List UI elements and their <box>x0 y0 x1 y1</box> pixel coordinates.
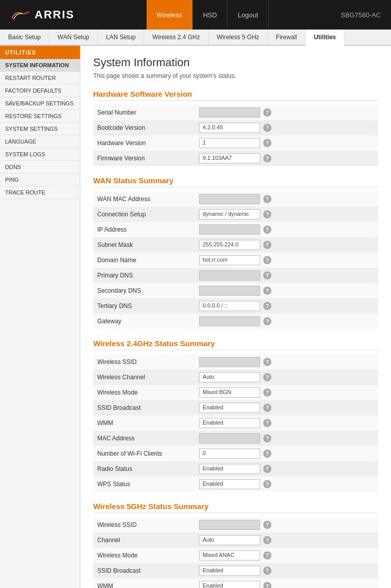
help-icon[interactable]: ? <box>263 302 271 310</box>
top-nav-basic-setup[interactable]: Basic Setup <box>0 30 49 45</box>
help-icon[interactable]: ? <box>263 536 271 544</box>
help-icon[interactable]: ? <box>263 271 271 279</box>
help-icon[interactable]: ? <box>263 465 271 473</box>
sidebar-item-restart-router[interactable]: RESTART ROUTER <box>0 72 80 85</box>
sidebar-item-system-logs[interactable]: SYSTEM LOGS <box>0 148 80 161</box>
sidebar-item-save-backup[interactable]: SAVE/BACKUP SETTINGS <box>0 97 80 110</box>
wifi5-table: Wireless SSID ? Channel Auto? Wireless M… <box>93 517 378 588</box>
table-row: Radio Status Enabled? <box>93 461 378 477</box>
help-icon[interactable]: ? <box>263 419 271 427</box>
value-ssid-24 <box>199 357 260 367</box>
table-row: Number of Wi-Fi Clients 0? <box>93 446 378 461</box>
sidebar-item-system-settings[interactable]: SYSTEM SETTINGS <box>0 123 80 135</box>
help-icon[interactable]: ? <box>263 358 271 366</box>
help-icon[interactable]: ? <box>263 139 271 147</box>
sidebar-item-ping[interactable]: PING <box>0 174 80 186</box>
label-wps-24: WPS Status <box>93 477 195 492</box>
help-icon[interactable]: ? <box>263 226 271 234</box>
help-icon[interactable]: ? <box>263 582 271 588</box>
help-icon[interactable]: ? <box>263 480 271 488</box>
help-icon[interactable]: ? <box>263 241 271 249</box>
sidebar-item-factory-defaults[interactable]: FACTORY DEFAULTS <box>0 85 80 97</box>
value-ssid-broadcast-5: Enabled <box>199 566 260 576</box>
value-domain: hot.rr.com <box>199 255 260 265</box>
label-clients-24: Number of Wi-Fi Clients <box>93 446 195 461</box>
help-icon[interactable]: ? <box>263 373 271 381</box>
sidebar-item-language[interactable]: LANGUAGE <box>0 135 80 148</box>
help-icon[interactable]: ? <box>263 404 271 412</box>
help-icon[interactable]: ? <box>263 434 271 442</box>
table-row: Secondary DNS ? <box>93 283 378 298</box>
table-row: Gateway ? <box>93 314 378 329</box>
sidebar-item-restore-settings[interactable]: RESTORE SETTINGS <box>0 110 80 123</box>
section-wan-title: WAN Status Summary <box>93 176 378 187</box>
header-nav: Wireless HSD Logout <box>147 0 269 30</box>
table-row: IP Address ? <box>93 222 378 237</box>
value-wmm-24: Enabled <box>199 418 260 428</box>
help-icon[interactable]: ? <box>263 108 271 117</box>
help-icon[interactable]: ? <box>263 124 271 132</box>
page-description: This page shows a summary of your system… <box>93 72 378 79</box>
sidebar-title: UTILITIES <box>0 46 80 59</box>
value-subnet: 255.255.224.0 <box>199 240 260 250</box>
value-secondary-dns <box>199 286 260 296</box>
help-icon[interactable]: ? <box>263 317 271 325</box>
label-hardware: Hardware Version <box>93 135 195 151</box>
header-nav-logout[interactable]: Logout <box>228 0 269 30</box>
value-wps-24: Enabled <box>199 479 260 489</box>
logo: ARRIS <box>10 8 74 21</box>
value-wan-mac <box>199 194 260 204</box>
header: ARRIS Wireless HSD Logout SBG7580-AC <box>0 0 391 30</box>
value-ssid-5 <box>199 520 260 530</box>
label-ssid-24: Wireless SSID <box>93 354 195 370</box>
hardware-table: Serial Number ? Bootcode Version 4.2.0.4… <box>93 105 378 166</box>
label-ssid-broadcast-5: SSID Broadcast <box>93 563 195 578</box>
header-nav-hsd[interactable]: HSD <box>193 0 228 30</box>
sidebar-item-ddns[interactable]: DDNS <box>0 161 80 174</box>
header-nav-wireless[interactable]: Wireless <box>147 0 193 30</box>
value-primary-dns <box>199 270 260 281</box>
help-icon[interactable]: ? <box>263 154 271 162</box>
value-mode-5: Mixed ANAC <box>199 550 260 561</box>
page-title: System Information <box>93 56 378 69</box>
label-wan-mac: WAN MAC Address <box>93 191 195 207</box>
arris-logo-icon <box>10 10 31 20</box>
help-icon[interactable]: ? <box>263 450 271 458</box>
table-row: Bootcode Version 4.2.0.45? <box>93 120 378 135</box>
table-row: Wireless SSID ? <box>93 354 378 370</box>
top-nav-wan-setup[interactable]: WAN Setup <box>49 30 98 45</box>
label-gateway: Gateway <box>93 314 195 329</box>
help-icon[interactable]: ? <box>263 567 271 575</box>
label-mac-24: MAC Address <box>93 431 195 446</box>
sidebar-item-trace-route[interactable]: TRACE ROUTE <box>0 186 80 199</box>
help-icon[interactable]: ? <box>263 287 271 295</box>
label-tertiary-dns: Tertiary DNS <box>93 298 195 314</box>
sidebar-item-system-information[interactable]: SYSTEM INFORMATION <box>0 59 80 72</box>
section-hardware: Hardware Software Version Serial Number … <box>93 90 378 166</box>
section-wan: WAN Status Summary WAN MAC Address ? Con… <box>93 176 378 329</box>
table-row: Wireless Mode Mixed BGN? <box>93 385 378 400</box>
wan-table: WAN MAC Address ? Connection Setup dynam… <box>93 191 378 329</box>
value-firmware: 9.1.103AA7 <box>199 153 260 163</box>
top-nav-firewall[interactable]: Firewall <box>268 30 305 45</box>
help-icon[interactable]: ? <box>263 195 271 203</box>
table-row: Hardware Version 1? <box>93 135 378 151</box>
value-serial <box>199 107 260 118</box>
help-icon[interactable]: ? <box>263 388 271 397</box>
help-icon[interactable]: ? <box>263 210 271 218</box>
section-wifi24: Wireless 2.4GHz Status Summary Wireless … <box>93 339 378 492</box>
top-nav-wireless-5[interactable]: Wireless 5 GHz <box>209 30 268 45</box>
help-icon[interactable]: ? <box>263 551 271 559</box>
help-icon[interactable]: ? <box>263 256 271 264</box>
top-nav-lan-setup[interactable]: LAN Setup <box>98 30 144 45</box>
help-icon[interactable]: ? <box>263 521 271 529</box>
table-row: SSID Broadcast Enabled? <box>93 400 378 415</box>
wifi24-table: Wireless SSID ? Wireless Channel Auto? W… <box>93 354 378 492</box>
section-hardware-title: Hardware Software Version <box>93 90 378 101</box>
label-wmm-5: WMM <box>93 578 195 588</box>
top-nav-wireless-24[interactable]: Wireless 2.4 GHz <box>144 30 208 45</box>
value-mac-24 <box>199 433 260 443</box>
table-row: WPS Status Enabled? <box>93 477 378 492</box>
table-row: WAN MAC Address ? <box>93 191 378 207</box>
top-nav-utilities[interactable]: Utilities <box>305 30 344 46</box>
